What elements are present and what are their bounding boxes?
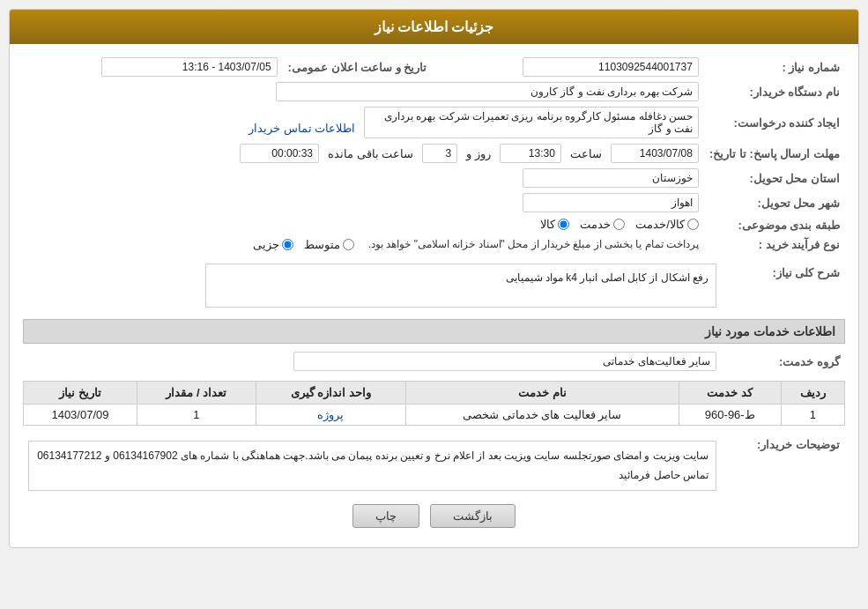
purchase-radio-partial[interactable] xyxy=(282,239,293,250)
need-number-label: شماره نیاز : xyxy=(704,55,845,79)
cell-date: 1403/07/09 xyxy=(24,405,137,426)
category-option-service[interactable]: خدمت xyxy=(580,218,625,231)
purchase-type-radio-group: متوسط جزیی xyxy=(253,238,354,251)
announcement-label: تاریخ و ساعت اعلان عمومی: xyxy=(283,55,445,79)
header-title: جزئیات اطلاعات نیاز xyxy=(375,19,494,34)
category-label-service: خدمت xyxy=(580,218,611,231)
city-value: اهواز xyxy=(523,193,699,212)
services-table: ردیف کد خدمت نام خدمت واحد اندازه گیری ت… xyxy=(23,381,845,426)
buyer-org-label: نام دستگاه خریدار: xyxy=(704,79,845,104)
need-desc-value: رفع اشکال از کابل اصلی انبار k4 مواد شیم… xyxy=(205,264,716,308)
buyer-org-value: شرکت بهره برداری نفت و گاز کارون xyxy=(276,82,699,101)
purchase-label-medium: متوسط xyxy=(304,238,340,251)
col-header-unit: واحد اندازه گیری xyxy=(256,382,405,405)
city-label: شهر محل تحویل: xyxy=(704,190,845,215)
purchase-option-partial[interactable]: جزیی xyxy=(253,238,293,251)
service-group-label: گروه خدمت: xyxy=(722,349,845,374)
reply-remaining-value: 00:00:33 xyxy=(240,144,319,163)
service-group-value: سایر فعالیت‌های خدماتی xyxy=(293,352,716,371)
contact-link[interactable]: اطلاعات تماس خریدار xyxy=(249,122,355,135)
buyer-desc-value: سایت ویزیت و امضای صورتجلسه سایت ویزیت ب… xyxy=(28,441,716,491)
col-header-row: ردیف xyxy=(781,382,844,405)
category-radio-group: کالا/خدمت خدمت کالا xyxy=(540,218,699,231)
cell-row-num: 1 xyxy=(781,405,844,426)
page-header: جزئیات اطلاعات نیاز xyxy=(10,10,858,44)
category-label-goods: کالا xyxy=(540,218,555,231)
col-header-date: تاریخ نیاز xyxy=(24,382,137,405)
need-desc-label: شرح کلی نیاز: xyxy=(722,261,845,310)
reply-days-value: 3 xyxy=(422,144,457,163)
purchase-option-medium[interactable]: متوسط xyxy=(304,238,354,251)
category-radio-service[interactable] xyxy=(613,219,625,230)
time-label: ساعت xyxy=(570,147,602,160)
purchase-notice: پرداخت تمام یا بخشی از مبلغ خریدار از مح… xyxy=(368,238,699,250)
purchase-type-label: نوع فرآیند خرید : xyxy=(704,235,845,254)
cell-unit: پروژه xyxy=(256,405,405,426)
category-option-goods[interactable]: کالا xyxy=(540,218,569,231)
table-row: 1 ط-96-960 سایر فعالیت های خدماتی شخصی پ… xyxy=(24,405,845,426)
days-label: روز و xyxy=(466,147,491,160)
reply-time-value: 13:30 xyxy=(500,144,561,163)
purchase-label-partial: جزیی xyxy=(253,238,279,251)
category-radio-goods[interactable] xyxy=(558,219,569,230)
action-buttons: بازگشت چاپ xyxy=(23,504,845,537)
requester-label: ایجاد کننده درخواست: xyxy=(704,104,845,141)
col-header-service-name: نام خدمت xyxy=(405,382,679,405)
province-label: استان محل تحویل: xyxy=(704,166,845,190)
services-section-header: اطلاعات خدمات مورد نیاز xyxy=(23,319,845,344)
category-radio-service-goods[interactable] xyxy=(687,219,699,230)
purchase-radio-medium[interactable] xyxy=(343,239,354,250)
back-button[interactable]: بازگشت xyxy=(430,504,516,528)
requester-value: حسن دغافله مسئول کارگروه برنامه ریزی تعم… xyxy=(364,107,699,138)
announcement-value: 1403/07/05 - 13:16 xyxy=(101,57,278,77)
cell-service-code: ط-96-960 xyxy=(679,405,781,426)
cell-service-name: سایر فعالیت های خدماتی شخصی xyxy=(405,405,679,426)
province-value: خوزستان xyxy=(523,168,699,188)
need-number-value: 1103092544001737 xyxy=(523,57,699,77)
col-header-quantity: تعداد / مقدار xyxy=(137,382,256,405)
reply-deadline-label: مهلت ارسال پاسخ: تا تاریخ: xyxy=(704,141,845,166)
buyer-desc-label: توضیحات خریدار: xyxy=(722,433,845,494)
col-header-service-code: کد خدمت xyxy=(679,382,781,405)
print-button[interactable]: چاپ xyxy=(352,504,419,528)
cell-quantity: 1 xyxy=(137,405,256,426)
remaining-label: ساعت باقی مانده xyxy=(328,147,413,160)
category-label-service-goods: کالا/خدمت xyxy=(635,218,685,231)
category-label: طبقه بندی موضوعی: xyxy=(704,215,845,235)
category-option-service-goods[interactable]: کالا/خدمت xyxy=(635,218,699,231)
reply-date-value: 1403/07/08 xyxy=(611,144,699,163)
